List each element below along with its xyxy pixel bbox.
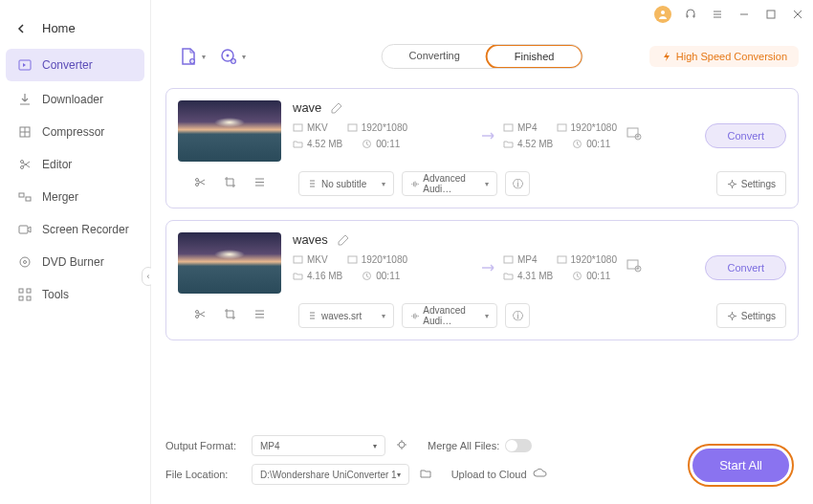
- video-icon: [293, 254, 303, 265]
- output-settings-icon[interactable]: [626, 125, 643, 146]
- more-icon[interactable]: [253, 307, 266, 324]
- sidebar-item-editor[interactable]: Editor: [0, 148, 150, 181]
- high-speed-badge[interactable]: High Speed Conversion: [649, 46, 799, 67]
- maximize-button[interactable]: [763, 7, 779, 22]
- svg-rect-10: [27, 289, 31, 293]
- gear-icon: [727, 179, 737, 189]
- crop-icon[interactable]: [224, 307, 236, 324]
- back-button[interactable]: Home: [0, 10, 150, 47]
- tab-converting[interactable]: Converting: [383, 45, 487, 68]
- convert-button[interactable]: Convert: [705, 123, 786, 148]
- resolution-icon: [557, 122, 567, 133]
- headset-icon[interactable]: [683, 7, 698, 22]
- svg-rect-36: [627, 260, 638, 269]
- svg-point-17: [227, 55, 230, 57]
- clock-icon: [572, 271, 582, 281]
- output-settings-icon[interactable]: [626, 257, 643, 278]
- add-dvd-icon: [219, 47, 238, 66]
- svg-rect-6: [19, 226, 28, 233]
- download-icon: [17, 92, 33, 107]
- sidebar-item-tools[interactable]: Tools: [0, 278, 150, 311]
- grid-icon: [17, 287, 33, 302]
- settings-button[interactable]: Settings: [716, 171, 786, 196]
- file-card: wave MKV 1920*1080 4.52 MB 00:11: [165, 88, 799, 208]
- sidebar-item-merger[interactable]: Merger: [0, 181, 150, 213]
- sidebar-item-label: Compressor: [42, 125, 104, 139]
- output-format-label: Output Format:: [165, 440, 252, 451]
- resolution-icon: [347, 254, 358, 265]
- file-name: wave: [293, 100, 321, 115]
- video-icon: [503, 122, 514, 133]
- arrow-right-icon: [474, 130, 503, 142]
- output-gear-icon[interactable]: [395, 438, 408, 453]
- more-icon[interactable]: [253, 175, 266, 192]
- svg-rect-12: [27, 296, 31, 300]
- svg-rect-23: [558, 124, 566, 131]
- add-dvd-button[interactable]: ▾: [219, 47, 246, 66]
- file-list: wave MKV 1920*1080 4.52 MB 00:11: [151, 78, 813, 424]
- subtitle-dropdown[interactable]: waves.srt▾: [298, 303, 394, 328]
- video-thumbnail[interactable]: [178, 100, 281, 162]
- sidebar-item-label: Editor: [42, 158, 72, 171]
- svg-rect-34: [558, 256, 566, 263]
- menu-icon[interactable]: [710, 7, 725, 22]
- open-folder-icon[interactable]: [419, 467, 432, 482]
- sidebar-item-dvd-burner[interactable]: DVD Burner: [0, 246, 150, 278]
- trim-icon[interactable]: [194, 307, 207, 324]
- folder-icon: [293, 271, 303, 281]
- svg-rect-4: [19, 193, 24, 197]
- file-location-select[interactable]: D:\Wondershare UniConverter 1▾: [252, 464, 409, 485]
- titlebar: [151, 0, 813, 29]
- subtitle-dropdown[interactable]: No subtitle▾: [298, 171, 394, 196]
- audio-icon: [410, 311, 419, 321]
- converter-icon: [17, 57, 33, 73]
- tab-finished[interactable]: Finished: [486, 44, 583, 69]
- crop-icon[interactable]: [224, 175, 236, 192]
- svg-rect-9: [19, 289, 23, 293]
- audio-dropdown[interactable]: Advanced Audi…▾: [402, 303, 497, 328]
- settings-button[interactable]: Settings: [716, 303, 786, 328]
- sidebar-item-downloader[interactable]: Downloader: [0, 83, 150, 116]
- sidebar-item-converter[interactable]: Converter: [6, 49, 144, 81]
- convert-button[interactable]: Convert: [705, 255, 786, 280]
- merge-toggle[interactable]: [505, 439, 532, 452]
- svg-rect-22: [504, 124, 513, 131]
- disc-icon: [17, 254, 33, 270]
- svg-point-8: [24, 261, 27, 264]
- sidebar-item-label: Converter: [42, 58, 93, 72]
- file-name: waves: [293, 232, 328, 247]
- edit-name-icon[interactable]: [338, 234, 349, 246]
- svg-rect-31: [348, 256, 357, 263]
- compress-icon: [17, 124, 33, 140]
- edit-name-icon[interactable]: [331, 102, 342, 114]
- svg-rect-19: [294, 124, 302, 131]
- info-button[interactable]: ⓘ: [505, 303, 530, 328]
- clock-icon: [362, 271, 372, 281]
- close-button[interactable]: [790, 7, 805, 22]
- sidebar-item-label: Tools: [42, 288, 69, 301]
- merge-label: Merge All Files:: [428, 440, 499, 451]
- file-location-label: File Location:: [165, 469, 252, 480]
- clock-icon: [572, 139, 582, 149]
- toolbar: ▾ ▾ Converting Finished High Speed Conve…: [165, 34, 799, 78]
- minimize-button[interactable]: [736, 7, 752, 22]
- output-format-select[interactable]: MP4▾: [252, 435, 385, 456]
- sidebar-item-compressor[interactable]: Compressor: [0, 116, 150, 148]
- info-button[interactable]: ⓘ: [505, 171, 530, 196]
- audio-dropdown[interactable]: Advanced Audi…▾: [402, 171, 497, 196]
- speed-badge-label: High Speed Conversion: [676, 51, 787, 62]
- video-thumbnail[interactable]: [178, 232, 281, 294]
- caret-down-icon: ▾: [242, 53, 246, 61]
- sidebar-item-screen-recorder[interactable]: Screen Recorder: [0, 213, 150, 246]
- cloud-icon[interactable]: [533, 468, 548, 481]
- svg-point-29: [730, 182, 734, 186]
- clock-icon: [362, 139, 372, 149]
- start-all-highlight: Start All: [688, 444, 794, 487]
- trim-icon[interactable]: [194, 175, 207, 192]
- merge-icon: [17, 189, 33, 205]
- add-file-button[interactable]: ▾: [179, 47, 206, 66]
- user-avatar[interactable]: [654, 6, 671, 23]
- user-icon: [658, 10, 668, 19]
- start-all-button[interactable]: Start All: [692, 449, 789, 482]
- svg-rect-5: [26, 197, 31, 201]
